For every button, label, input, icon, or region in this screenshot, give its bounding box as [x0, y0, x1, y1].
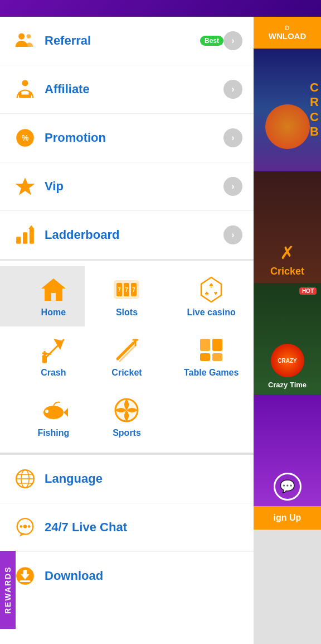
live-casino-icon: ♠ ♣ ♥	[197, 275, 226, 304]
svg-point-5	[28, 92, 32, 95]
svg-point-2	[22, 80, 28, 86]
menu-item-promotion[interactable]: % Promotion ›	[0, 114, 254, 162]
promo-banner: CRCB	[254, 49, 321, 171]
nav-item-cricket[interactable]: Cricket	[85, 326, 169, 387]
svg-point-0	[18, 33, 25, 40]
nav-item-slots[interactable]: 7 7 7 Slots	[85, 266, 169, 326]
referral-arrow: ›	[223, 31, 242, 50]
cricket-banner-label: Cricket	[270, 266, 304, 277]
svg-point-4	[18, 92, 21, 95]
crash-label: Crash	[41, 368, 66, 378]
menu-item-livechat[interactable]: 24/7 Live Chat	[0, 503, 254, 552]
promotion-arrow: ›	[223, 128, 242, 147]
svg-rect-53	[20, 580, 31, 582]
cricket-nav-label: Cricket	[111, 368, 142, 378]
table-games-icon	[197, 335, 226, 364]
nav-item-table-games[interactable]: Table Games	[169, 326, 254, 387]
home-icon	[39, 275, 68, 304]
nav-item-home[interactable]: Home	[0, 266, 85, 326]
nav-item-fishing[interactable]: Fishing	[0, 387, 85, 447]
ladderboard-icon	[11, 221, 39, 249]
top-bar	[0, 0, 321, 17]
svg-text:♠: ♠	[209, 280, 213, 289]
purple-banner: 💬	[254, 395, 321, 506]
menu-item-vip[interactable]: Vip ›	[0, 162, 254, 211]
menu-item-language[interactable]: Language	[0, 455, 254, 503]
home-label: Home	[41, 307, 66, 318]
svg-text:♣: ♣	[205, 290, 209, 296]
svg-text:7: 7	[118, 287, 121, 293]
svg-marker-8	[16, 177, 35, 195]
svg-rect-10	[23, 232, 27, 244]
best-badge: Best	[200, 36, 223, 46]
bottom-items: Language 24/7 Live Chat Download	[0, 454, 254, 600]
nav-item-sports[interactable]: Sports	[85, 387, 169, 447]
svg-rect-52	[23, 570, 27, 575]
svg-rect-9	[16, 237, 21, 244]
right-panel: D WNLOAD CRCB ✗ Cricket HOT CRAZY Crazy …	[254, 17, 321, 644]
vip-label: Vip	[45, 179, 223, 194]
svg-rect-34	[200, 353, 210, 361]
cricket-banner: ✗ Cricket	[254, 171, 321, 283]
svg-marker-37	[64, 408, 68, 417]
signup-button[interactable]: ign Up	[254, 506, 321, 530]
svg-marker-12	[28, 225, 33, 229]
svg-rect-32	[200, 339, 210, 351]
referral-icon	[11, 27, 39, 55]
fishing-label: Fishing	[37, 428, 69, 438]
slots-label: Slots	[116, 307, 138, 318]
promotion-icon: %	[11, 124, 39, 152]
sidebar: Referral Best › Affiliate › % Promotion …	[0, 17, 254, 644]
svg-rect-33	[212, 339, 222, 351]
slots-icon: 7 7 7	[112, 275, 141, 304]
affiliate-label: Affiliate	[45, 82, 223, 97]
download-label: Download	[45, 569, 242, 583]
svg-text:7: 7	[125, 287, 129, 293]
nav-grid: REWARDS Home 7 7 7 Slots	[0, 261, 254, 453]
menu-item-ladderboard[interactable]: Ladderboard ›	[0, 211, 254, 259]
signup-text: ign Up	[274, 513, 301, 522]
svg-rect-35	[212, 353, 222, 361]
referral-label: Referral	[45, 33, 196, 48]
menu-item-download[interactable]: Download	[0, 552, 254, 600]
ladderboard-label: Ladderboard	[45, 228, 223, 242]
svg-point-38	[45, 410, 48, 413]
svg-point-48	[20, 525, 23, 528]
crash-icon	[39, 335, 68, 364]
language-icon	[11, 465, 39, 493]
svg-point-47	[23, 525, 27, 528]
vip-icon	[11, 172, 39, 200]
livechat-label: 24/7 Live Chat	[45, 520, 242, 535]
rewards-tab[interactable]: REWARDS	[0, 551, 16, 629]
affiliate-arrow: ›	[223, 80, 242, 99]
table-games-label: Table Games	[184, 368, 239, 378]
live-casino-label: Live casino	[187, 307, 236, 318]
svg-text:7: 7	[133, 287, 136, 293]
nav-item-live-casino[interactable]: ♠ ♣ ♥ Live casino	[169, 266, 254, 326]
livechat-icon	[11, 513, 39, 541]
crazy-time-label: Crazy Time	[268, 381, 307, 389]
menu-item-affiliate[interactable]: Affiliate ›	[0, 65, 254, 114]
sports-label: Sports	[113, 428, 141, 438]
promo-text: CRCB	[310, 80, 319, 140]
language-label: Language	[45, 472, 242, 486]
svg-point-49	[28, 525, 31, 528]
hot-badge: HOT	[299, 287, 317, 295]
chat-bubble-icon: 💬	[274, 473, 301, 501]
svg-text:♥: ♥	[214, 290, 218, 296]
sports-icon	[112, 396, 141, 425]
cricket-icon	[112, 335, 141, 364]
download-banner[interactable]: D WNLOAD	[254, 17, 321, 49]
svg-point-1	[26, 34, 31, 39]
affiliate-icon	[11, 75, 39, 103]
crazy-time-banner: HOT CRAZY Crazy Time	[254, 283, 321, 395]
nav-item-crash[interactable]: Crash	[0, 326, 85, 387]
svg-rect-11	[30, 228, 34, 244]
vip-arrow: ›	[223, 177, 242, 196]
ladderboard-arrow: ›	[223, 225, 242, 244]
fishing-icon	[39, 396, 68, 425]
promotion-label: Promotion	[45, 131, 223, 145]
svg-text:%: %	[22, 133, 29, 142]
menu-item-referral[interactable]: Referral Best ›	[0, 17, 254, 65]
download-text: WNLOAD	[256, 31, 319, 41]
